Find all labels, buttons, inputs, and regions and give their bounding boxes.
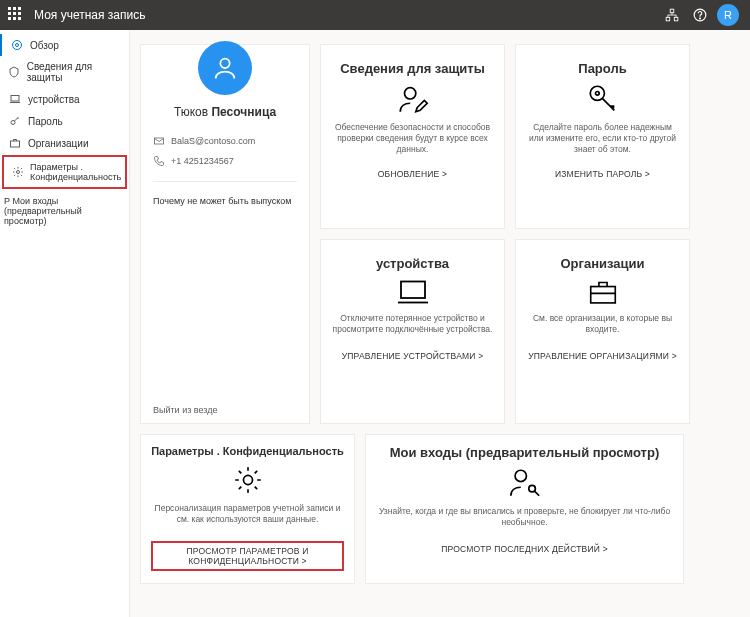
svg-point-6 bbox=[13, 41, 22, 50]
org-icon[interactable] bbox=[658, 1, 686, 29]
svg-point-8 bbox=[11, 121, 15, 125]
divider bbox=[153, 181, 297, 182]
sidebar-item-orgs[interactable]: Организации bbox=[0, 132, 129, 154]
user-avatar[interactable]: R bbox=[714, 1, 742, 29]
devices-action[interactable]: УПРАВЛЕНИЕ УСТРОЙСТВАМИ > bbox=[342, 351, 484, 361]
profile-phone-row: +1 4251234567 bbox=[153, 151, 297, 171]
sidebar-item-overview[interactable]: Обзор bbox=[0, 34, 129, 56]
devices-card: устройства Отключите потерянное устройст… bbox=[320, 239, 505, 424]
help-icon[interactable] bbox=[686, 1, 714, 29]
card-title: устройства bbox=[376, 256, 449, 271]
app-launcher-icon[interactable] bbox=[8, 7, 24, 23]
card-title: Мои входы (предварительный просмотр) bbox=[390, 445, 660, 460]
signins-card: Мои входы (предварительный просмотр) Узн… bbox=[365, 434, 684, 584]
sidebar-highlight-box: Параметры . Конфиденциальность bbox=[2, 155, 127, 189]
svg-point-15 bbox=[595, 91, 599, 95]
profile-email: BalaS@contoso.com bbox=[171, 136, 255, 146]
person-key-icon bbox=[508, 466, 542, 500]
profile-card: Тюков Песочница BalaS@contoso.com +1 425… bbox=[140, 44, 310, 424]
svg-rect-16 bbox=[401, 282, 425, 299]
svg-rect-7 bbox=[11, 96, 19, 102]
svg-point-19 bbox=[515, 470, 526, 481]
privacy-card: Параметры . Конфиденциальность Персонали… bbox=[140, 434, 355, 584]
svg-rect-17 bbox=[590, 287, 615, 303]
card-desc: Персонализация параметров учетной записи… bbox=[151, 503, 344, 527]
sidebar-item-label: устройства bbox=[28, 94, 80, 105]
profile-why[interactable]: Почему не может быть выпуском bbox=[153, 192, 297, 206]
svg-rect-1 bbox=[666, 17, 670, 21]
svg-rect-0 bbox=[670, 9, 674, 12]
card-title: Сведения для защиты bbox=[340, 61, 485, 76]
svg-point-13 bbox=[404, 88, 415, 99]
orgs-action[interactable]: УПРАВЛЕНИЕ ОРГАНИЗАЦИЯМИ > bbox=[528, 351, 677, 361]
svg-rect-2 bbox=[674, 17, 678, 21]
profile-avatar bbox=[198, 41, 252, 95]
signins-action[interactable]: ПРОСМОТР ПОСЛЕДНИХ ДЕЙСТВИЙ > bbox=[441, 544, 608, 554]
main-content: Тюков Песочница BalaS@contoso.com +1 425… bbox=[130, 30, 750, 617]
laptop-large-icon bbox=[395, 277, 431, 307]
card-title: Пароль bbox=[578, 61, 626, 76]
overview-icon bbox=[10, 39, 24, 51]
gear-icon bbox=[12, 166, 24, 178]
svg-point-5 bbox=[16, 44, 19, 47]
topbar: Моя учетная запись R bbox=[0, 0, 750, 30]
phone-icon bbox=[153, 155, 165, 167]
svg-point-4 bbox=[700, 18, 701, 19]
card-desc: См. все организации, в которые вы входит… bbox=[526, 313, 679, 337]
sidebar-item-label: Параметры . Конфиденциальность bbox=[30, 162, 121, 182]
sidebar-item-label: Пароль bbox=[28, 116, 63, 127]
key-large-icon bbox=[586, 82, 620, 116]
card-desc: Отключите потерянное устройство и просмо… bbox=[331, 313, 494, 337]
key-icon bbox=[8, 115, 22, 127]
svg-point-18 bbox=[243, 475, 252, 484]
profile-name: Тюков Песочница bbox=[153, 105, 297, 119]
briefcase-icon bbox=[8, 137, 22, 149]
sidebar: Обзор Сведения для защиты устройства Пар… bbox=[0, 30, 130, 617]
sidebar-item-label: Сведения для защиты bbox=[27, 61, 121, 83]
card-desc: Узнайте, когда и где вы вписались и пров… bbox=[376, 506, 673, 530]
sidebar-item-devices[interactable]: устройства bbox=[0, 88, 129, 110]
sidebar-item-privacy[interactable]: Параметры . Конфиденциальность bbox=[4, 157, 125, 187]
password-card: Пароль Сделайте пароль более надежным ил… bbox=[515, 44, 690, 229]
password-action[interactable]: ИЗМЕНИТЬ ПАРОЛЬ > bbox=[555, 169, 650, 179]
card-title: Организации bbox=[560, 256, 644, 271]
orgs-card: Организации См. все организации, в котор… bbox=[515, 239, 690, 424]
sign-out-everywhere[interactable]: Выйти из везде bbox=[153, 395, 217, 415]
svg-rect-9 bbox=[11, 141, 20, 147]
security-action[interactable]: ОБНОВЛЕНИЕ > bbox=[378, 169, 447, 179]
privacy-action[interactable]: ПРОСМОТР ПАРАМЕТРОВ И КОНФИДЕНЦИАЛЬНОСТИ… bbox=[151, 541, 344, 571]
sidebar-item-label: Организации bbox=[28, 138, 88, 149]
sidebar-item-security[interactable]: Сведения для защиты bbox=[0, 56, 129, 88]
security-card: Сведения для защиты Обеспечение безопасн… bbox=[320, 44, 505, 229]
shield-icon bbox=[8, 66, 21, 78]
sidebar-item-password[interactable]: Пароль bbox=[0, 110, 129, 132]
page-title: Моя учетная запись bbox=[34, 8, 658, 22]
profile-phone: +1 4251234567 bbox=[171, 156, 234, 166]
svg-point-11 bbox=[220, 59, 229, 68]
card-title: Параметры . Конфиденциальность bbox=[151, 445, 344, 457]
person-edit-icon bbox=[396, 82, 430, 116]
mail-icon bbox=[153, 135, 165, 147]
card-desc: Обеспечение безопасности и способов пров… bbox=[331, 122, 494, 155]
sidebar-item-label: Обзор bbox=[30, 40, 59, 51]
svg-point-10 bbox=[17, 171, 20, 174]
avatar-initial: R bbox=[717, 4, 739, 26]
card-desc: Сделайте пароль более надежным или измен… bbox=[526, 122, 679, 155]
gear-large-icon bbox=[231, 463, 265, 497]
briefcase-large-icon bbox=[586, 277, 620, 307]
profile-email-row: BalaS@contoso.com bbox=[153, 131, 297, 151]
laptop-icon bbox=[8, 93, 22, 105]
sidebar-footnote: Р Мои входы (предварительный просмотр) bbox=[0, 190, 129, 226]
svg-rect-12 bbox=[155, 138, 164, 144]
